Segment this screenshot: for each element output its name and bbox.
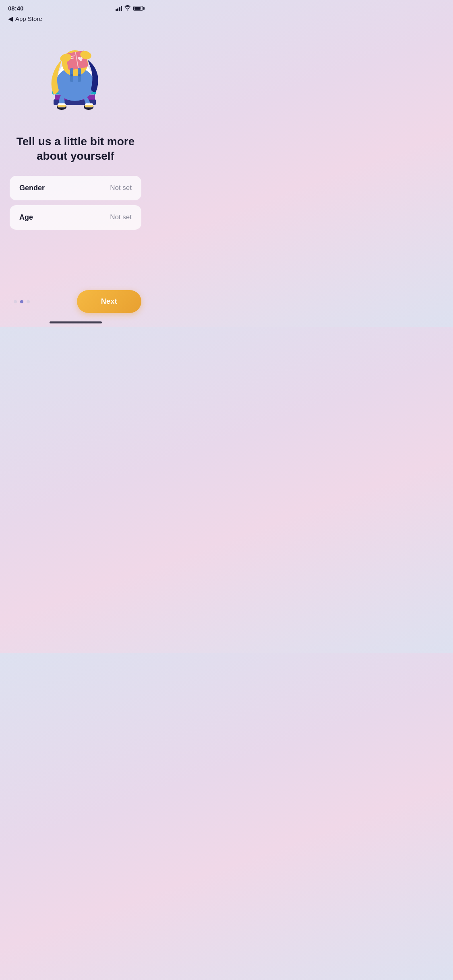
back-label: App Store xyxy=(15,15,42,22)
reader-illustration xyxy=(31,32,120,124)
home-indicator xyxy=(50,321,102,323)
age-row[interactable]: Age Not set xyxy=(10,205,141,230)
status-bar: 08:40 xyxy=(0,0,151,13)
gender-label: Gender xyxy=(19,184,45,192)
dot-1 xyxy=(14,300,17,303)
gender-row[interactable]: Gender Not set xyxy=(10,176,141,200)
svg-rect-11 xyxy=(58,105,66,107)
bottom-section: Next xyxy=(0,282,151,327)
dot-2 xyxy=(20,300,23,303)
next-button[interactable]: Next xyxy=(77,290,141,313)
nav-bar: ◀ App Store xyxy=(0,13,151,26)
signal-bars-icon xyxy=(116,6,122,11)
form-section: Gender Not set Age Not set xyxy=(0,176,151,230)
battery-icon xyxy=(133,6,143,11)
svg-point-24 xyxy=(78,74,81,76)
back-button[interactable]: ◀ App Store xyxy=(8,15,42,23)
gender-value: Not set xyxy=(110,184,132,192)
illustration-container xyxy=(0,30,151,126)
heading-section: Tell us a little bit more about yourself xyxy=(0,126,151,176)
svg-rect-13 xyxy=(85,105,93,107)
pagination-dots xyxy=(10,300,30,303)
back-chevron-icon: ◀ xyxy=(8,15,13,23)
status-icons xyxy=(116,5,143,12)
status-time: 08:40 xyxy=(8,5,23,12)
page-title: Tell us a little bit more about yourself xyxy=(16,134,135,164)
wifi-icon xyxy=(124,5,131,12)
age-label: Age xyxy=(19,213,33,222)
svg-point-23 xyxy=(70,74,73,76)
dot-3 xyxy=(27,300,30,303)
age-value: Not set xyxy=(110,213,132,221)
